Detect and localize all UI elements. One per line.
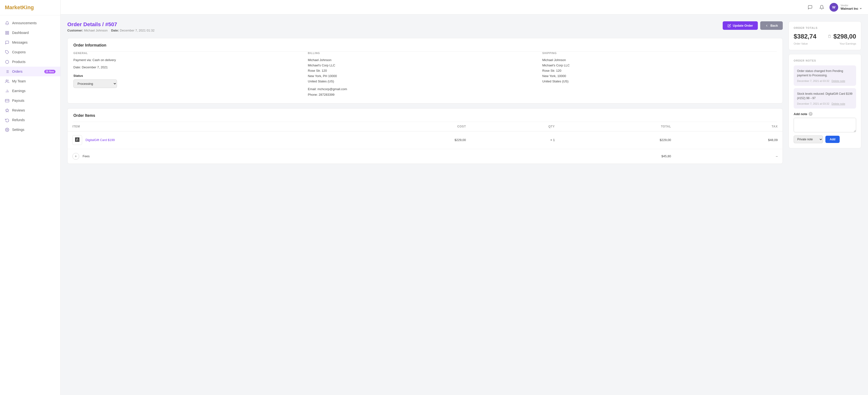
sidebar-item-label-myteam: My Team xyxy=(12,79,26,83)
vendor-label: Vendor xyxy=(841,4,862,7)
wallet-icon xyxy=(5,98,9,103)
add-note-help-icon: ? xyxy=(809,112,812,116)
sidebar-item-coupons[interactable]: Coupons xyxy=(0,47,60,57)
chat-icon[interactable] xyxy=(806,3,814,11)
table-row: 🅰 DigitalGift Card $199 $229,00 × 1 $229… xyxy=(68,131,782,149)
sidebar-item-label-dashboard: Dashboard xyxy=(12,31,29,35)
billing-email: Email: mchcorp@gmail.com xyxy=(308,87,537,92)
vendor-avatar: W xyxy=(830,3,838,12)
sidebar-item-label-settings: Settings xyxy=(12,128,25,131)
col-tax: Tax xyxy=(676,122,782,131)
svg-rect-3 xyxy=(6,33,7,34)
item-name[interactable]: DigitalGift Card $199 xyxy=(86,138,115,142)
sidebar-item-reviews[interactable]: Reviews xyxy=(0,105,60,115)
general-col: General Payment via: Cash on delivery Da… xyxy=(73,52,308,97)
sidebar-item-messages[interactable]: Messages xyxy=(0,37,60,47)
logo-text: MarketKing xyxy=(5,4,56,11)
update-order-button[interactable]: Update Order xyxy=(723,21,758,30)
chat-icon xyxy=(5,40,9,44)
earnings-label: Your Earnings xyxy=(839,42,856,45)
delete-note-1[interactable]: Delete note xyxy=(831,102,845,105)
sidebar-item-label-earnings: Earnings xyxy=(12,89,25,93)
col-item: Item xyxy=(68,122,354,131)
add-note-button[interactable]: Add xyxy=(826,136,840,143)
sidebar-item-earnings[interactable]: Earnings xyxy=(0,86,60,96)
users-icon xyxy=(5,79,9,83)
vendor-name: Walmart Inc xyxy=(841,7,862,10)
sidebar-item-dashboard[interactable]: Dashboard xyxy=(0,28,60,37)
items-table: Item Cost Qty Total Tax xyxy=(68,122,782,163)
sidebar-item-settings[interactable]: Settings xyxy=(0,125,60,134)
svg-rect-1 xyxy=(7,31,8,32)
status-select[interactable]: ProcessingPending paymentOn holdComplete… xyxy=(73,80,117,88)
page-subtitle: Customer: Michael Johnson Date: December… xyxy=(67,29,155,32)
delete-note-0[interactable]: Delete note xyxy=(831,80,845,82)
item-qty: × 1 xyxy=(471,131,560,149)
sidebar-item-products[interactable]: Products xyxy=(0,57,60,67)
orders-badge: 25 New xyxy=(44,70,56,73)
fees-cell: + Fees xyxy=(68,149,354,163)
shipping-street: Rose Str. 120 xyxy=(542,68,772,73)
fees-label: Fees xyxy=(83,154,90,158)
bell-icon xyxy=(5,21,9,25)
billing-name: Michael Johnson xyxy=(308,57,537,63)
note-meta-1: December 7, 2021 at 03:32 Delete note xyxy=(797,102,853,105)
page-header: Order Details / #507 Customer: Michael J… xyxy=(67,21,783,32)
order-information-title: Order Information xyxy=(68,38,782,51)
col-qty: Qty xyxy=(471,122,560,131)
grid-icon xyxy=(5,31,9,35)
back-button[interactable]: Back xyxy=(760,21,783,30)
billing-col: Billing Michael Johnson Michael's Corp L… xyxy=(308,52,542,97)
bell-icon[interactable] xyxy=(818,3,826,11)
sidebar-item-label-orders: Orders xyxy=(12,69,23,73)
sidebar-item-payouts[interactable]: Payouts xyxy=(0,96,60,105)
billing-city: New York, PH 10000 xyxy=(308,73,537,79)
fees-product: + Fees xyxy=(72,153,350,160)
note-actions: Private noteCustomer note Add xyxy=(794,135,856,143)
vendor-container[interactable]: W Vendor Walmart Inc xyxy=(830,3,862,12)
page-content: Order Details / #507 Customer: Michael J… xyxy=(61,14,868,395)
item-product-cell: 🅰 DigitalGift Card $199 xyxy=(68,131,354,149)
billing-street: Rose Str. 120 xyxy=(308,68,537,73)
order-value-label: Order Value xyxy=(794,42,808,45)
billing-country: United States (US) xyxy=(308,79,537,84)
order-date: Date: December 7, 2021 xyxy=(73,65,303,70)
billing-phone: Phone: 287283399 xyxy=(308,92,537,97)
sidebar-nav: Announcements Dashboard Messages Coupons… xyxy=(0,15,60,395)
status-container: Status ProcessingPending paymentOn holdC… xyxy=(73,74,303,88)
note-textarea[interactable] xyxy=(794,118,856,132)
shipping-country: United States (US) xyxy=(542,79,772,84)
earnings-amount: 🗒 $298,00 xyxy=(828,33,856,40)
sidebar-item-label-coupons: Coupons xyxy=(12,50,26,54)
logo: MarketKing xyxy=(0,0,60,15)
sidebar-item-orders[interactable]: Orders 25 New xyxy=(0,67,60,76)
order-value-amount: $382,74 xyxy=(794,33,816,40)
svg-rect-2 xyxy=(7,33,8,34)
item-cost: $229,00 xyxy=(354,131,471,149)
gear-icon xyxy=(5,127,9,132)
earnings-icon: 🗒 xyxy=(828,34,831,39)
vendor-info: Vendor Walmart Inc xyxy=(841,4,862,10)
order-information-card: Order Information General Payment via: C… xyxy=(67,38,783,103)
page-left: Order Details / #507 Customer: Michael J… xyxy=(67,21,783,388)
fees-tax: – xyxy=(676,149,782,163)
sidebar-item-announcements[interactable]: Announcements xyxy=(0,18,60,28)
sidebar-item-refunds[interactable]: Refunds xyxy=(0,115,60,125)
billing-company: Michael's Corp LLC xyxy=(308,63,537,68)
order-totals-title: ORDER TOTALS xyxy=(794,26,856,29)
sidebar-item-myteam[interactable]: My Team xyxy=(0,76,60,86)
sidebar-item-label-payouts: Payouts xyxy=(12,99,25,102)
fees-qty-empty xyxy=(471,149,560,163)
topbar: W Vendor Walmart Inc xyxy=(61,0,868,14)
svg-point-11 xyxy=(6,80,7,81)
add-fee-button[interactable]: + xyxy=(72,153,79,160)
svg-marker-17 xyxy=(5,109,9,112)
payment-method: Payment via: Cash on delivery xyxy=(73,57,303,63)
shipping-col: Shipping Michael Johnson Michael's Corp … xyxy=(542,52,777,97)
order-number: #507 xyxy=(105,21,117,27)
order-items-card: Order Items Item Cost Qty Total Tax xyxy=(67,108,783,164)
main-area: W Vendor Walmart Inc xyxy=(61,0,868,395)
back-label: Back xyxy=(770,24,778,27)
note-type-select[interactable]: Private noteCustomer note xyxy=(794,135,823,143)
sidebar-item-label-refunds: Refunds xyxy=(12,118,25,122)
